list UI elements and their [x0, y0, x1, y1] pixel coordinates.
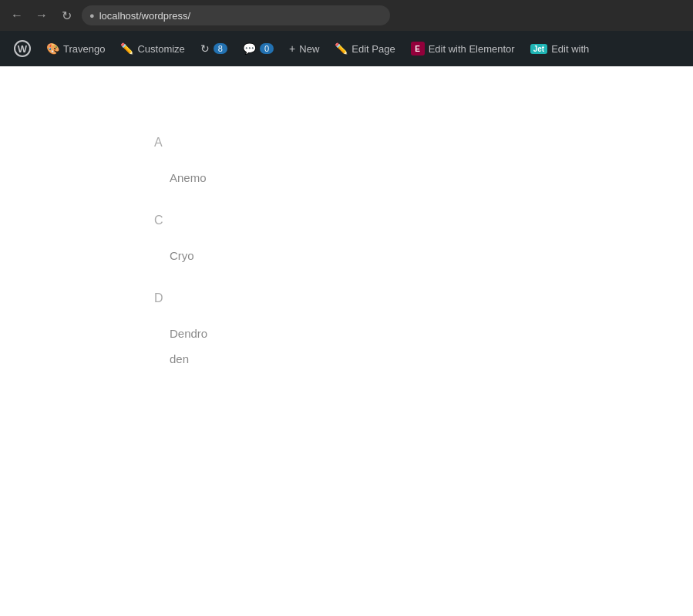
updates-icon: ↻: [200, 42, 210, 55]
content-section: AAnemo: [154, 136, 693, 190]
wp-logo-icon: W: [14, 40, 31, 57]
browser-chrome: ← → ↻ ● localhost/wordpress/: [0, 0, 693, 31]
wp-logo-item[interactable]: W: [6, 31, 39, 66]
travengo-label: Travengo: [63, 43, 105, 55]
term-item[interactable]: Anemo: [154, 165, 693, 190]
comments-item[interactable]: 💬 0: [235, 31, 281, 66]
term-item[interactable]: Cryo: [154, 243, 693, 268]
letter-heading: D: [154, 291, 693, 305]
forward-button[interactable]: →: [32, 6, 51, 25]
new-label: New: [299, 43, 319, 55]
jet-label: Edit with: [551, 43, 589, 55]
travengo-item[interactable]: 🎨 Travengo: [39, 31, 113, 66]
lock-icon: ●: [89, 11, 95, 20]
url-text: localhost/wordpress/: [99, 10, 191, 22]
elementor-label: Edit with Elementor: [429, 43, 515, 55]
jet-item[interactable]: Jet Edit with: [523, 31, 597, 66]
wp-admin-bar: W 🎨 Travengo ✏️ Customize ↻ 8 💬 0 + New …: [0, 31, 693, 66]
term-item[interactable]: Dendro: [154, 321, 693, 346]
comments-icon: 💬: [243, 42, 256, 55]
letter-heading: A: [154, 136, 693, 150]
updates-badge: 8: [214, 43, 227, 54]
term-item[interactable]: den: [154, 346, 693, 372]
customize-icon: ✏️: [120, 42, 133, 55]
comments-badge: 0: [260, 43, 274, 54]
new-item[interactable]: + New: [281, 31, 327, 66]
updates-item[interactable]: ↻ 8: [193, 31, 235, 66]
edit-page-icon: ✏️: [335, 42, 348, 55]
elementor-icon: E: [411, 42, 425, 56]
customize-item[interactable]: ✏️ Customize: [113, 31, 192, 66]
back-button[interactable]: ←: [8, 6, 26, 25]
edit-page-label: Edit Page: [352, 43, 395, 55]
main-content: AAnemoCCryoDDendroden: [0, 66, 693, 426]
content-section: CCryo: [154, 214, 693, 268]
travengo-icon: 🎨: [46, 42, 59, 55]
address-bar[interactable]: ● localhost/wordpress/: [82, 5, 390, 25]
jet-icon: Jet: [530, 44, 547, 54]
elementor-item[interactable]: E Edit with Elementor: [403, 31, 523, 66]
customize-label: Customize: [137, 43, 184, 55]
reload-button[interactable]: ↻: [57, 6, 76, 25]
letter-heading: C: [154, 214, 693, 227]
new-icon: +: [289, 42, 295, 55]
edit-page-item[interactable]: ✏️ Edit Page: [327, 31, 402, 66]
content-section: DDendroden: [154, 291, 693, 372]
